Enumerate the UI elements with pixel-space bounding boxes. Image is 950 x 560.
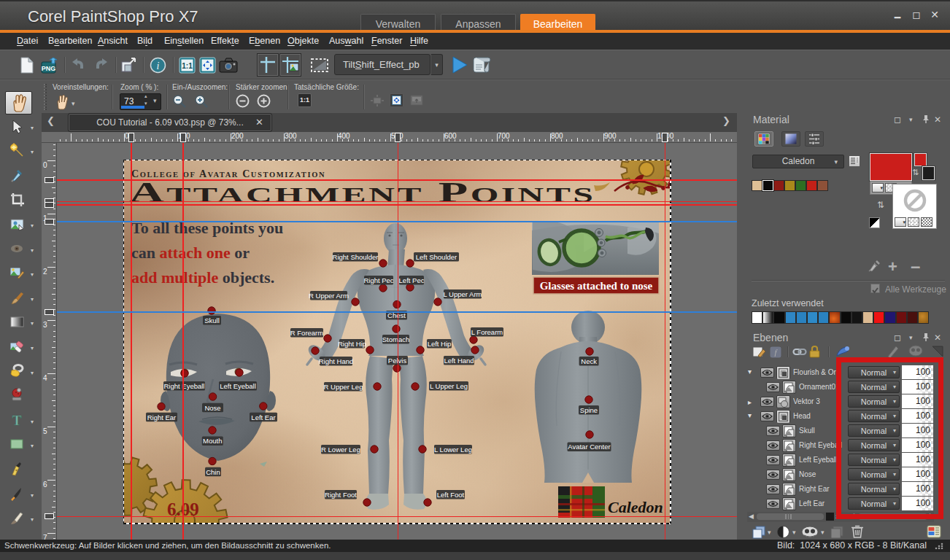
svg-text:Chin: Chin <box>206 468 220 476</box>
svg-text:Spine: Spine <box>580 406 598 414</box>
svg-text:L Upper Leg: L Upper Leg <box>430 382 468 390</box>
svg-text:R Forearm: R Forearm <box>290 329 323 337</box>
svg-text:Left Shoulder: Left Shoulder <box>416 253 457 261</box>
svg-text:Left Hand: Left Hand <box>444 357 474 365</box>
svg-text:Right Hand: Right Hand <box>319 357 354 365</box>
svg-text:Left Hip: Left Hip <box>428 340 452 348</box>
svg-text:L Lower Leg: L Lower Leg <box>434 446 472 454</box>
svg-text:Right Eyeball: Right Eyeball <box>164 382 205 390</box>
svg-text:can attach one or: can attach one or <box>131 244 250 262</box>
svg-text:L Upper Arm: L Upper Arm <box>444 290 482 298</box>
svg-text:Right Foot: Right Foot <box>325 491 357 499</box>
svg-text:Left Pec: Left Pec <box>399 276 425 284</box>
svg-text:Caledon: Caledon <box>608 498 663 516</box>
svg-text:Glasses attached to nose: Glasses attached to nose <box>540 280 653 292</box>
svg-text:i: i <box>157 61 160 71</box>
svg-text:add multiple objects.: add multiple objects. <box>131 268 274 287</box>
svg-text:Right Hip: Right Hip <box>338 340 366 348</box>
svg-text:Nose: Nose <box>204 404 220 412</box>
svg-text:Left Ear: Left Ear <box>251 413 275 421</box>
svg-text:Avatar Center: Avatar Center <box>568 443 610 451</box>
svg-text:Left Foot: Left Foot <box>437 491 465 499</box>
svg-text:Stomach: Stomach <box>382 335 410 343</box>
svg-text:L Forearm: L Forearm <box>471 328 503 336</box>
svg-text:Right Pec: Right Pec <box>363 276 393 284</box>
svg-text:1:1: 1:1 <box>182 62 193 70</box>
svg-text:R Upper Leg: R Upper Leg <box>324 383 363 391</box>
svg-text:Right Ear: Right Ear <box>147 413 177 421</box>
svg-text:Neck: Neck <box>581 357 597 365</box>
svg-text:R Lower Leg: R Lower Leg <box>321 446 360 454</box>
svg-text:R Upper Arm: R Upper Arm <box>309 292 349 300</box>
svg-text:Mouth: Mouth <box>203 437 222 445</box>
svg-text:Skull: Skull <box>204 316 220 324</box>
svg-text:Right Shoulder: Right Shoulder <box>333 253 379 261</box>
svg-text:T: T <box>12 413 22 428</box>
svg-text:PNG: PNG <box>42 65 56 72</box>
svg-text:Left Eyeball: Left Eyeball <box>220 382 256 390</box>
